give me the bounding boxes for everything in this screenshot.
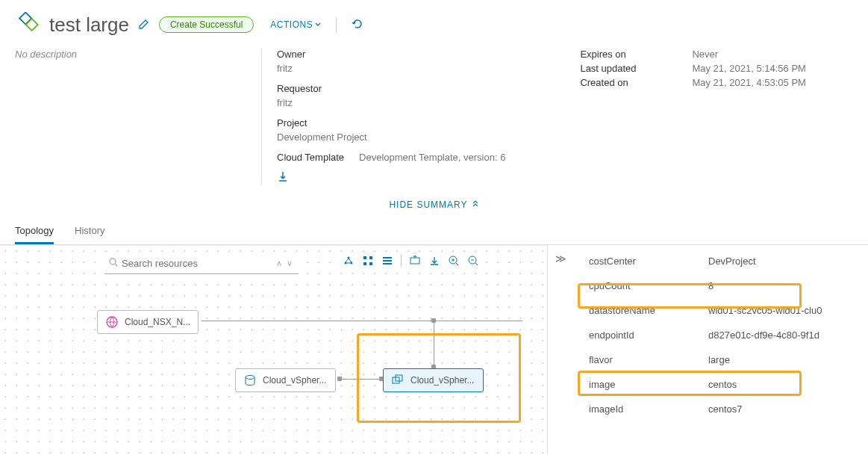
- node-label: Cloud_NSX_N...: [125, 317, 190, 327]
- created-value: May 21, 2021, 4:53:05 PM: [692, 77, 805, 88]
- svg-rect-8: [363, 262, 366, 265]
- chevron-down-icon: [315, 19, 321, 30]
- actions-label: ACTIONS: [270, 19, 313, 30]
- download-icon[interactable]: [277, 170, 505, 185]
- prop-value: centos7: [708, 403, 868, 415]
- prop-value: d827e01c-df9e-4c80-9f1d: [708, 329, 868, 341]
- page-title: test large: [49, 13, 129, 37]
- status-badge: Create Successful: [159, 16, 254, 33]
- prop-key: image: [574, 379, 708, 390]
- prop-key: flavor: [574, 354, 708, 365]
- app-logo-icon: [15, 12, 40, 37]
- created-label: Created on: [580, 77, 669, 88]
- connection-line: [202, 321, 522, 321]
- actions-dropdown[interactable]: ACTIONS: [270, 19, 321, 30]
- prop-key: costCenter: [574, 256, 708, 267]
- hide-summary-toggle[interactable]: HIDE SUMMARY: [0, 192, 868, 217]
- node-datastore[interactable]: Cloud_vSpher...: [235, 368, 336, 392]
- prop-row: flavorlarge: [574, 347, 868, 372]
- updated-label: Last updated: [580, 63, 669, 74]
- svg-rect-0: [19, 12, 31, 24]
- prop-key: cpuCount: [574, 280, 708, 291]
- tab-topology[interactable]: Topology: [15, 217, 54, 244]
- expand-panel-icon[interactable]: ≫: [555, 253, 566, 264]
- collapse-icon[interactable]: [425, 252, 443, 270]
- list-view-icon[interactable]: [378, 252, 396, 270]
- svg-rect-6: [363, 256, 366, 259]
- owner-label: Owner: [277, 49, 505, 60]
- graph-view-icon[interactable]: [340, 252, 357, 270]
- node-vm[interactable]: Cloud_vSpher...: [383, 368, 484, 392]
- svg-rect-9: [369, 262, 372, 265]
- search-next-icon[interactable]: ∨: [284, 259, 295, 268]
- separator: [401, 254, 402, 267]
- prop-value: wld01-sc2vc05-wld01-clu0: [708, 305, 868, 316]
- project-label: Project: [277, 117, 505, 129]
- prop-row: endpointIdd827e01c-df9e-4c80-9f1d: [574, 323, 868, 347]
- requestor-value: fritz: [277, 97, 505, 108]
- connection-dot: [337, 377, 342, 381]
- search-input[interactable]: [119, 255, 274, 272]
- node-nsx[interactable]: Cloud_NSX_N...: [97, 310, 199, 334]
- prop-row: costCenterDevProject: [574, 249, 868, 273]
- prop-value: large: [708, 354, 868, 365]
- properties-panel: ≫ costCenterDevProject cpuCount8 datasto…: [547, 245, 868, 454]
- prop-row: imageIdcentos7: [574, 397, 868, 421]
- tab-history[interactable]: History: [75, 217, 104, 244]
- chevron-up-icon: [472, 199, 479, 210]
- prop-key: endpointId: [574, 329, 708, 341]
- search-icon: [108, 257, 119, 270]
- svg-point-14: [246, 376, 255, 380]
- zoom-in-icon[interactable]: [445, 252, 463, 270]
- prop-value: DevProject: [708, 256, 868, 267]
- description: No description: [15, 49, 224, 185]
- prop-row: imagecentos: [574, 372, 868, 397]
- prop-row: datastoreNamewld01-sc2vc05-wld01-clu0: [574, 298, 868, 323]
- svg-point-2: [110, 259, 116, 264]
- expires-value: Never: [692, 49, 718, 60]
- search-prev-icon[interactable]: ∧: [274, 259, 284, 268]
- updated-value: May 21, 2021, 5:14:56 PM: [692, 63, 805, 74]
- grid-view-icon[interactable]: [359, 252, 377, 270]
- connection-line: [434, 321, 434, 367]
- template-value: Development Template, version: 6: [359, 152, 505, 163]
- prop-key: imageId: [574, 403, 708, 415]
- edit-icon[interactable]: [138, 18, 150, 32]
- prop-value: centos: [708, 379, 868, 390]
- search-bar: ∧ ∨: [104, 253, 299, 274]
- vm-icon: [391, 374, 405, 387]
- node-label: Cloud_vSpher...: [410, 375, 474, 386]
- requestor-label: Requestor: [277, 83, 505, 94]
- fit-icon[interactable]: [406, 252, 424, 270]
- connection-line: [340, 379, 381, 380]
- svg-rect-7: [369, 256, 372, 259]
- topology-canvas[interactable]: ∧ ∨ Cloud_NSX_N... Cloud_vSpher...: [0, 245, 547, 454]
- hide-summary-label: HIDE SUMMARY: [389, 199, 467, 210]
- node-label: Cloud_vSpher...: [263, 375, 326, 386]
- network-icon: [105, 315, 119, 329]
- owner-value: fritz: [277, 63, 505, 74]
- prop-key: datastoreName: [574, 305, 708, 316]
- zoom-out-icon[interactable]: [464, 252, 482, 270]
- prop-value: 8: [708, 280, 868, 291]
- svg-rect-10: [410, 258, 419, 264]
- canvas-toolbar: [340, 252, 482, 270]
- template-label: Cloud Template: [277, 152, 344, 163]
- datastore-icon: [243, 374, 257, 387]
- prop-row: cpuCount8: [574, 273, 868, 298]
- expires-label: Expires on: [580, 49, 669, 60]
- connection-dot: [431, 318, 436, 323]
- svg-rect-1: [26, 19, 38, 31]
- divider: [336, 17, 337, 32]
- project-value: Development Project: [277, 131, 505, 143]
- refresh-icon[interactable]: [352, 18, 363, 32]
